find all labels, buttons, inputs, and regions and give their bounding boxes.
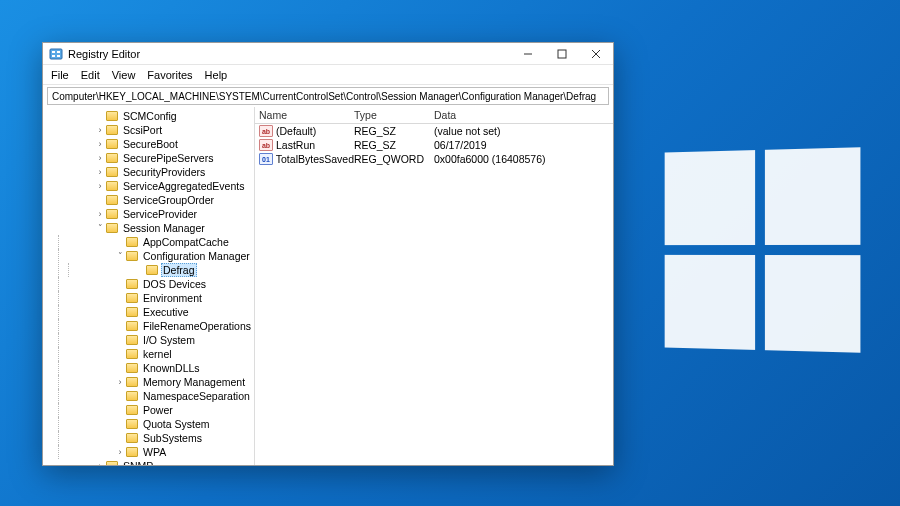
folder-icon (126, 405, 138, 415)
folder-icon (106, 209, 118, 219)
titlebar[interactable]: Registry Editor (43, 43, 613, 65)
tree-item-label: ServiceProvider (121, 208, 199, 220)
tree-item[interactable]: ˅Session Manager (45, 221, 254, 235)
expander-closed-icon[interactable]: › (95, 139, 105, 149)
maximize-button[interactable] (545, 43, 579, 65)
expander-open-icon[interactable]: ˅ (115, 251, 125, 261)
value-row[interactable]: 01TotalBytesSavedREG_QWORD0x00fa6000 (16… (255, 152, 613, 166)
tree-item-label: SNMP (121, 460, 155, 465)
tree-item[interactable]: ›SecurePipeServers (45, 151, 254, 165)
col-name[interactable]: Name (259, 109, 354, 121)
binary-value-icon: 01 (259, 153, 273, 165)
expander-closed-icon[interactable]: › (95, 181, 105, 191)
folder-icon (126, 349, 138, 359)
tree-item-label: Executive (141, 306, 191, 318)
tree-item-label: SCMConfig (121, 110, 179, 122)
tree-item[interactable]: NamespaceSeparation (55, 389, 254, 403)
tree-item[interactable]: ˅Configuration Manager (55, 249, 254, 263)
tree-item[interactable]: ›Memory Management (55, 375, 254, 389)
tree-item-label: ServiceAggregatedEvents (121, 180, 246, 192)
expander-closed-icon[interactable]: › (95, 167, 105, 177)
tree-item[interactable]: AppCompatCache (55, 235, 254, 249)
value-name: (Default) (276, 125, 316, 137)
folder-icon (126, 237, 138, 247)
tree-item[interactable]: ›WPA (55, 445, 254, 459)
col-type[interactable]: Type (354, 109, 434, 121)
tree-item[interactable]: Power (55, 403, 254, 417)
tree-item[interactable]: ›ServiceProvider (45, 207, 254, 221)
minimize-button[interactable] (511, 43, 545, 65)
svg-rect-6 (558, 50, 566, 58)
folder-icon (106, 181, 118, 191)
value-row[interactable]: ab(Default)REG_SZ(value not set) (255, 124, 613, 138)
tree-item[interactable]: Defrag (65, 263, 254, 277)
tree-item[interactable]: ›ServiceAggregatedEvents (45, 179, 254, 193)
tree-item[interactable]: ServiceGroupOrder (45, 193, 254, 207)
folder-icon (126, 307, 138, 317)
tree-item[interactable]: Executive (55, 305, 254, 319)
expander-closed-icon[interactable]: › (95, 153, 105, 163)
tree-item-label: kernel (141, 348, 174, 360)
tree-item-label: SecurityProviders (121, 166, 207, 178)
tree-item[interactable]: Quota System (55, 417, 254, 431)
menu-view[interactable]: View (112, 69, 136, 81)
folder-icon (106, 223, 118, 233)
tree-item-label: Quota System (141, 418, 212, 430)
expander-open-icon[interactable]: ˅ (95, 223, 105, 233)
string-value-icon: ab (259, 139, 273, 151)
tree-item-label: Configuration Manager (141, 250, 252, 262)
value-row[interactable]: abLastRunREG_SZ06/17/2019 (255, 138, 613, 152)
expander-closed-icon[interactable]: › (95, 461, 105, 465)
expander-closed-icon[interactable]: › (115, 447, 125, 457)
address-bar[interactable]: Computer\HKEY_LOCAL_MACHINE\SYSTEM\Curre… (47, 87, 609, 105)
folder-icon (126, 391, 138, 401)
tree-item[interactable]: ›SNMP (45, 459, 254, 465)
svg-rect-2 (52, 55, 55, 57)
tree-item[interactable]: SubSystems (55, 431, 254, 445)
tree-item[interactable]: ›ScsiPort (45, 123, 254, 137)
tree-item-label: SecurePipeServers (121, 152, 215, 164)
tree-pane[interactable]: SCMConfig›ScsiPort›SecureBoot›SecurePipe… (43, 107, 255, 465)
windows-logo (665, 147, 861, 352)
value-name: LastRun (276, 139, 315, 151)
value-type: REG_SZ (354, 139, 434, 151)
tree-item[interactable]: KnownDLLs (55, 361, 254, 375)
folder-icon (126, 433, 138, 443)
folder-icon (126, 251, 138, 261)
folder-icon (106, 111, 118, 121)
menu-file[interactable]: File (51, 69, 69, 81)
tree-item[interactable]: ›SecurityProviders (45, 165, 254, 179)
folder-icon (106, 139, 118, 149)
tree-item[interactable]: SCMConfig (45, 109, 254, 123)
values-pane[interactable]: Name Type Data ab(Default)REG_SZ(value n… (255, 107, 613, 465)
menu-edit[interactable]: Edit (81, 69, 100, 81)
folder-icon (126, 377, 138, 387)
expander-closed-icon[interactable]: › (95, 125, 105, 135)
tree-item[interactable]: kernel (55, 347, 254, 361)
folder-icon (126, 335, 138, 345)
window-title: Registry Editor (68, 48, 140, 60)
app-icon (49, 47, 63, 61)
col-data[interactable]: Data (434, 109, 609, 121)
folder-icon (126, 321, 138, 331)
tree-item-label: AppCompatCache (141, 236, 231, 248)
tree-item[interactable]: Environment (55, 291, 254, 305)
tree-item[interactable]: FileRenameOperations (55, 319, 254, 333)
tree-item[interactable]: ›SecureBoot (45, 137, 254, 151)
tree-item-label: NamespaceSeparation (141, 390, 252, 402)
columns-header[interactable]: Name Type Data (255, 107, 613, 124)
close-button[interactable] (579, 43, 613, 65)
tree-item-label: Environment (141, 292, 204, 304)
tree-item-label: Memory Management (141, 376, 247, 388)
folder-icon (126, 447, 138, 457)
expander-closed-icon[interactable]: › (95, 209, 105, 219)
menu-favorites[interactable]: Favorites (147, 69, 192, 81)
svg-rect-1 (52, 51, 55, 53)
menu-help[interactable]: Help (205, 69, 228, 81)
tree-item[interactable]: I/O System (55, 333, 254, 347)
tree-item[interactable]: DOS Devices (55, 277, 254, 291)
expander-closed-icon[interactable]: › (115, 377, 125, 387)
folder-icon (126, 419, 138, 429)
value-type: REG_SZ (354, 125, 434, 137)
folder-icon (106, 461, 118, 465)
